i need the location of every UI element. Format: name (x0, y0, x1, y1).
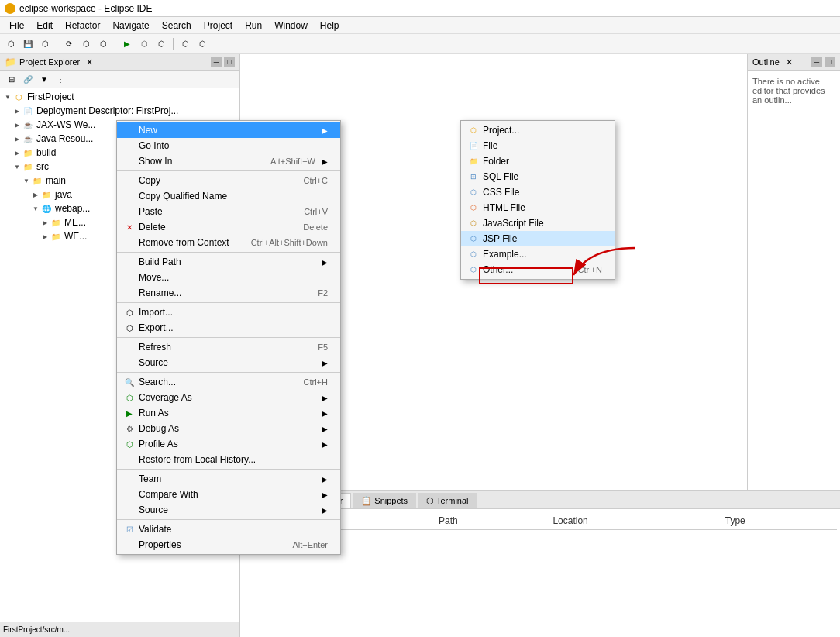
tree-item-firstproject[interactable]: ▼ ⬡ FirstProject (0, 90, 239, 104)
submenu-jsp[interactable]: ⬡ JSP File (461, 231, 615, 246)
ctx-item-build-path[interactable]: Build Path ▶ (117, 254, 340, 270)
ctx-item-refresh[interactable]: Refresh F5 (117, 339, 340, 355)
ctx-team-label: Team (139, 473, 315, 484)
submenu-file[interactable]: 📄 File (461, 138, 615, 153)
tree-item-deployment[interactable]: ▶ 📄 Deployment Descriptor: FirstProj... (0, 104, 239, 118)
maximize-panel-btn[interactable]: □ (224, 57, 235, 67)
ctx-item-go-into[interactable]: Go Into (117, 138, 340, 153)
arrow-webapp: ▼ (31, 204, 40, 213)
coverage-icon: ⬡ (123, 391, 136, 404)
ctx-item-import[interactable]: ⬡ Import... (117, 305, 340, 320)
close-icon[interactable]: ✕ (86, 57, 93, 67)
ctx-item-properties[interactable]: Properties Alt+Enter (117, 537, 340, 553)
build-label: build (36, 147, 56, 158)
ctx-item-coverage-as[interactable]: ⬡ Coverage As ▶ (117, 390, 340, 405)
ctx-item-source[interactable]: Source ▶ (117, 355, 340, 370)
tab-terminal[interactable]: ⬡ Terminal (418, 493, 477, 508)
sql-icon-sub: ⊞ (467, 170, 480, 183)
ctx-rename-shortcut: F2 (318, 288, 328, 298)
link-editor-btn[interactable]: 🔗 (21, 72, 35, 86)
submenu-css[interactable]: ⬡ CSS File (461, 184, 615, 200)
menu-refactor[interactable]: Refactor (59, 19, 106, 33)
menu-window[interactable]: Window (268, 19, 314, 33)
snippets-icon: 📋 (361, 496, 372, 505)
ctx-item-source2[interactable]: Source ▶ (117, 502, 340, 518)
toolbar-btn-1[interactable]: ⬡ (3, 36, 19, 52)
ctx-item-debug-as[interactable]: ⚙ Debug As ▶ (117, 421, 340, 436)
toolbar-btn-9[interactable]: ⬡ (195, 36, 210, 52)
toolbar-btn-run[interactable]: ▶ (119, 36, 135, 52)
ctx-item-search[interactable]: 🔍 Search... Ctrl+H (117, 374, 340, 390)
minimize-panel-btn[interactable]: ─ (211, 57, 222, 67)
ctx-item-copy-qualified[interactable]: Copy Qualified Name (117, 188, 340, 204)
app-icon (5, 3, 15, 14)
menu-search[interactable]: Search (156, 19, 198, 33)
tab-snippets[interactable]: 📋 Snippets (353, 493, 416, 508)
new-submenu: ⬡ Project... 📄 File 📁 Folder ⊞ SQL File … (460, 120, 615, 280)
toolbar-btn-4[interactable]: ⟳ (61, 36, 77, 52)
minimize-outline-btn[interactable]: ─ (811, 57, 822, 67)
submenu-js-label: JavaScript File (483, 218, 544, 229)
close-outline-icon[interactable]: ✕ (786, 57, 793, 67)
menu-project[interactable]: Project (198, 19, 239, 33)
toolbar-btn-6[interactable]: ⬡ (95, 36, 111, 52)
ctx-source2-arrow: ▶ (322, 506, 328, 515)
jsp-icon-sub: ⬡ (467, 232, 480, 245)
collapse-all-btn[interactable]: ⊟ (5, 72, 19, 86)
main-folder-icon: 📁 (31, 174, 43, 187)
toolbar-btn-5[interactable]: ⬡ (78, 36, 94, 52)
ctx-sep-2 (117, 252, 340, 253)
ctx-item-new[interactable]: New ▶ (117, 122, 340, 138)
ctx-item-restore-history[interactable]: Restore from Local History... (117, 452, 340, 467)
ctx-item-run-as[interactable]: ▶ Run As ▶ (117, 405, 340, 421)
ctx-item-compare-with[interactable]: Compare With ▶ (117, 487, 340, 502)
ctx-new-label: New (139, 125, 315, 136)
menu-run[interactable]: Run (239, 19, 268, 33)
col-path: Path (432, 512, 546, 530)
submenu-html[interactable]: ⬡ HTML File (461, 200, 615, 215)
ctx-item-remove-context[interactable]: Remove from Context Ctrl+Alt+Shift+Down (117, 235, 340, 250)
ctx-item-export[interactable]: ⬡ Export... (117, 320, 340, 336)
menu-file[interactable]: File (3, 19, 30, 33)
ctx-debug-label: Debug As (139, 423, 315, 434)
ctx-import-label: Import... (139, 307, 328, 318)
submenu-example[interactable]: ⬡ Example... (461, 246, 615, 262)
menu-navigate[interactable]: Navigate (106, 19, 155, 33)
ctx-item-team[interactable]: Team ▶ (117, 471, 340, 487)
submenu-sql[interactable]: ⊞ SQL File (461, 169, 615, 184)
ctx-properties-label: Properties (139, 539, 277, 550)
submenu-other-shortcut: Ctrl+N (578, 265, 602, 274)
we-folder-icon: 📁 (50, 230, 62, 243)
filter-btn[interactable]: ▼ (37, 72, 51, 86)
ctx-item-validate[interactable]: ☑ Validate (117, 522, 340, 537)
menu-edit[interactable]: Edit (30, 19, 59, 33)
ctx-item-rename[interactable]: Rename... F2 (117, 285, 340, 301)
ctx-refresh-shortcut: F5 (318, 343, 328, 352)
menu-help[interactable]: Help (314, 19, 346, 33)
outline-title-group: Outline ✕ (752, 57, 793, 67)
main-toolbar: ⬡ 💾 ⬡ ⟳ ⬡ ⬡ ▶ ⬡ ⬡ ⬡ ⬡ (0, 34, 840, 54)
ctx-item-move[interactable]: Move... (117, 270, 340, 285)
maximize-outline-btn[interactable]: □ (825, 57, 835, 67)
ctx-item-paste[interactable]: Paste Ctrl+V (117, 204, 340, 219)
ctx-item-profile-as[interactable]: ⬡ Profile As ▶ (117, 436, 340, 452)
submenu-js[interactable]: ⬡ JavaScript File (461, 215, 615, 231)
toolbar-btn-8[interactable]: ⬡ (177, 36, 193, 52)
ctx-copy-label: Copy (139, 175, 288, 186)
view-menu-btn[interactable]: ⋮ (53, 72, 67, 86)
ctx-item-delete[interactable]: ✕ Delete Delete (117, 219, 340, 235)
toolbar-btn-7[interactable]: ⬡ (153, 36, 169, 52)
arrow-main: ▼ (22, 176, 31, 185)
ctx-item-copy[interactable]: Copy Ctrl+C (117, 173, 340, 188)
java-res-label: Java Resou... (36, 133, 93, 144)
toolbar-btn-2[interactable]: 💾 (20, 36, 36, 52)
arrow-build: ▶ (12, 148, 22, 157)
submenu-other[interactable]: ⬡ Other... Ctrl+N (461, 262, 615, 277)
submenu-project[interactable]: ⬡ Project... (461, 122, 615, 138)
ctx-item-show-in[interactable]: Show In Alt+Shift+W ▶ (117, 153, 340, 169)
ctx-build-path-label: Build Path (139, 257, 315, 267)
toolbar-btn-3[interactable]: ⬡ (37, 36, 53, 52)
search-icon: 🔍 (123, 376, 136, 388)
toolbar-btn-debug[interactable]: ⬡ (136, 36, 152, 52)
submenu-folder[interactable]: 📁 Folder (461, 153, 615, 169)
